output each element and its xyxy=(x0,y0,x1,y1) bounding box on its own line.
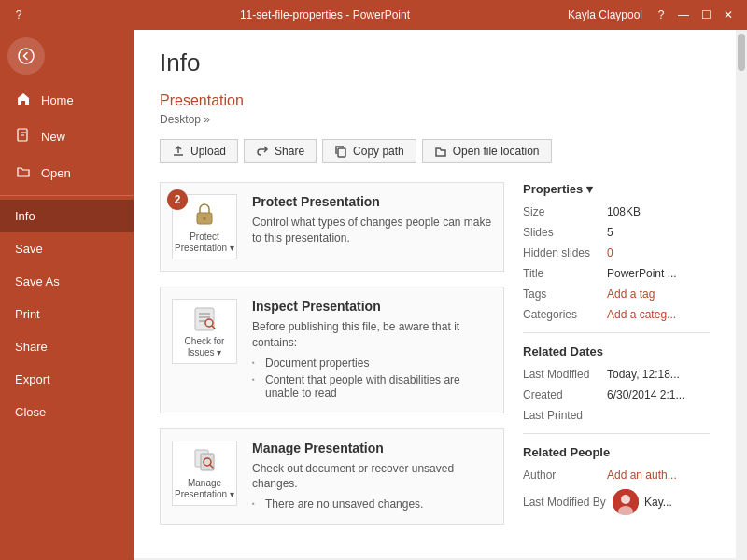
v-scrollbar-thumb[interactable] xyxy=(738,34,745,71)
sidebar-item-new[interactable]: New xyxy=(0,119,134,155)
upload-button[interactable]: Upload xyxy=(160,139,238,163)
prop-author: Author Add an auth... xyxy=(523,469,710,482)
sidebar-item-save-label: Save xyxy=(15,242,43,256)
protect-title: Protect Presentation xyxy=(252,194,492,209)
inspect-description: Before publishing this file, be aware th… xyxy=(252,319,492,351)
share-label: Share xyxy=(275,145,304,158)
prop-slides-label: Slides xyxy=(523,226,607,239)
breadcrumb: Desktop » xyxy=(160,113,710,126)
sidebar-item-share[interactable]: Share xyxy=(0,330,134,363)
vertical-scrollbar[interactable] xyxy=(736,30,747,560)
sidebar-item-open[interactable]: Open xyxy=(0,155,134,191)
sidebar-item-print-label: Print xyxy=(15,307,40,321)
prop-categories-value[interactable]: Add a categ... xyxy=(607,308,710,321)
prop-categories-label: Categories xyxy=(523,308,607,321)
presentation-section-title: Presentation xyxy=(160,92,710,109)
svg-rect-8 xyxy=(201,454,214,470)
protect-content: Protect Presentation Control what types … xyxy=(252,194,492,250)
prop-created: Created 6/30/2014 2:1... xyxy=(523,388,710,401)
svg-point-4 xyxy=(203,217,206,220)
sidebar-item-save-as[interactable]: Save As xyxy=(0,265,134,298)
prop-hidden-value[interactable]: 0 xyxy=(607,246,710,259)
prop-author-value[interactable]: Add an auth... xyxy=(607,469,710,482)
protect-section: 2 ProtectPresentation ▾ Protect Presenta… xyxy=(160,182,504,272)
info-columns: 2 ProtectPresentation ▾ Protect Presenta… xyxy=(160,182,710,539)
manage-section: ManagePresentation ▾ Manage Presentation… xyxy=(160,428,504,525)
prop-title: Title PowerPoint ... xyxy=(523,267,710,280)
sidebar-item-print[interactable]: Print xyxy=(0,298,134,330)
manage-title: Manage Presentation xyxy=(252,441,492,455)
maximize-button[interactable]: ☐ xyxy=(695,6,717,24)
protect-icon-label: ProtectPresentation ▾ xyxy=(175,231,234,254)
svg-rect-2 xyxy=(338,148,345,157)
help-button[interactable]: ? xyxy=(7,6,30,24)
prop-tags-value[interactable]: Add a tag xyxy=(607,287,710,301)
manage-icon-box[interactable]: ManagePresentation ▾ xyxy=(172,441,237,506)
sidebar-divider xyxy=(0,195,134,196)
prop-hidden-slides: Hidden slides 0 xyxy=(523,246,710,259)
prop-slides-value: 5 xyxy=(607,226,710,239)
prop-hidden-label: Hidden slides xyxy=(523,246,607,259)
svg-point-11 xyxy=(621,495,630,504)
help-icon-button[interactable]: ? xyxy=(650,6,672,24)
sidebar-item-export-label: Export xyxy=(15,372,50,386)
titlebar: ? 11-set-file-properties - PowerPoint Ka… xyxy=(0,0,747,30)
manage-content: Manage Presentation Check out document o… xyxy=(252,441,492,513)
avatar xyxy=(613,489,639,515)
sidebar-item-open-label: Open xyxy=(41,166,71,180)
prop-lastmod-value: Kay... xyxy=(644,496,710,509)
prop-lastmod-label: Last Modified By xyxy=(523,496,607,509)
open-icon xyxy=(15,164,32,182)
sidebar-item-home-label: Home xyxy=(41,93,74,107)
prop-size-label: Size xyxy=(523,205,607,218)
sidebar-item-close[interactable]: Close xyxy=(0,396,134,428)
action-buttons-row: Upload Share Copy path Open file locatio… xyxy=(160,139,710,163)
prop-categories: Categories Add a categ... xyxy=(523,308,710,321)
manage-item-1: There are no unsaved changes. xyxy=(252,496,492,512)
close-window-button[interactable]: ✕ xyxy=(717,6,740,24)
protect-icon-box[interactable]: 2 ProtectPresentation ▾ xyxy=(172,194,237,259)
sidebar-item-info-label: Info xyxy=(15,209,35,223)
prop-tags-label: Tags xyxy=(523,287,607,301)
sidebar-item-close-label: Close xyxy=(15,405,46,419)
manage-list: There are no unsaved changes. xyxy=(252,496,492,512)
content-area: Info Presentation Desktop » Upload Share… xyxy=(134,30,736,560)
inspect-section: Check forIssues ▾ Inspect Presentation B… xyxy=(160,287,504,413)
sidebar-item-info[interactable]: Info xyxy=(0,200,134,232)
page-title: Info xyxy=(160,49,710,77)
properties-title: Properties ▾ xyxy=(523,182,710,196)
prop-modified-value: Today, 12:18... xyxy=(607,368,710,381)
prop-last-modified-by: Last Modified By Kay... xyxy=(523,489,710,515)
feature-sections: 2 ProtectPresentation ▾ Protect Presenta… xyxy=(160,182,504,539)
sidebar-item-home[interactable]: Home xyxy=(0,82,134,119)
svg-point-0 xyxy=(19,49,34,63)
share-button[interactable]: Share xyxy=(244,139,317,163)
manage-description: Check out document or recover unsaved ch… xyxy=(252,461,492,493)
prop-size: Size 108KB xyxy=(523,205,710,218)
info-page: Info Presentation Desktop » Upload Share… xyxy=(134,30,736,558)
protect-badge: 2 xyxy=(167,189,188,210)
prop-divider-2 xyxy=(523,433,710,434)
sidebar-item-save[interactable]: Save xyxy=(0,232,134,265)
related-people-title: Related People xyxy=(523,445,710,459)
protect-description: Control what types of changes people can… xyxy=(252,215,492,246)
titlebar-user: Kayla Claypool xyxy=(568,8,642,21)
titlebar-title: 11-set-file-properties - PowerPoint xyxy=(82,8,568,21)
prop-title-label: Title xyxy=(523,267,607,280)
inspect-item-1: Document properties xyxy=(252,355,492,371)
inspect-icon-box[interactable]: Check forIssues ▾ xyxy=(172,299,237,364)
lock-icon xyxy=(190,200,219,230)
main-layout: Home New Open Info Save Save As Print xyxy=(0,30,747,560)
inspect-item-2: Content that people with disabilities ar… xyxy=(252,371,492,401)
upload-label: Upload xyxy=(190,145,226,158)
inspect-title: Inspect Presentation xyxy=(252,299,492,314)
back-button[interactable] xyxy=(7,37,45,75)
prop-size-value: 108KB xyxy=(607,205,710,218)
related-dates-title: Related Dates xyxy=(523,344,710,358)
prop-author-label: Author xyxy=(523,469,607,482)
copy-path-button[interactable]: Copy path xyxy=(322,139,416,163)
prop-title-value: PowerPoint ... xyxy=(607,267,710,280)
sidebar-item-export[interactable]: Export xyxy=(0,363,134,396)
minimize-button[interactable]: — xyxy=(672,6,695,24)
open-location-button[interactable]: Open file location xyxy=(422,139,552,163)
